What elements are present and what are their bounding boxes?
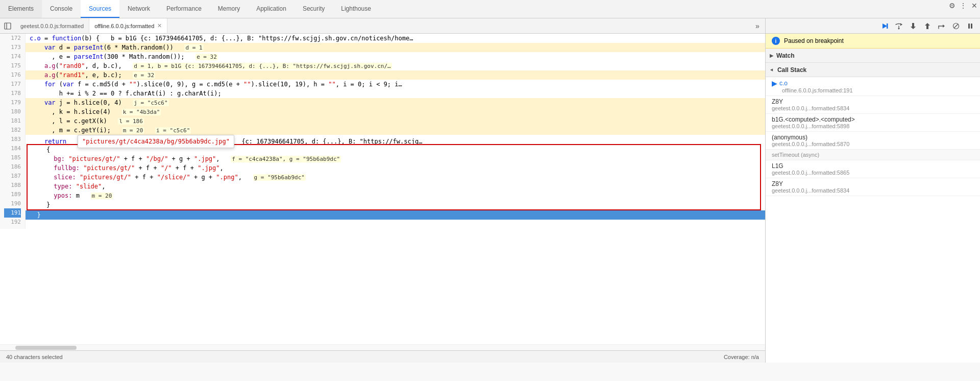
deactivate-breakpoints-button[interactable] bbox=[950, 20, 962, 32]
callstack-label: Call Stack bbox=[777, 66, 806, 74]
code-line-190: } bbox=[28, 200, 760, 209]
line-num-179: 179 bbox=[4, 98, 21, 107]
code-scroll[interactable]: 172 173 174 175 176 177 178 179 180 181 … bbox=[0, 34, 765, 344]
stack-async-label: setTimeout (async) bbox=[766, 150, 980, 160]
step-button[interactable] bbox=[936, 20, 947, 32]
stack-item-co[interactable]: ▶ c.o offline.6.0.0.js:formatted:191 bbox=[766, 77, 980, 96]
stack-loc-l1g: geetest.0.0.0.j...formatted:5865 bbox=[772, 170, 974, 176]
code-line-192 bbox=[26, 220, 765, 229]
code-line-173: var d = parseInt(6 * Math.random()) d = … bbox=[26, 43, 765, 52]
stack-item-z8y-2[interactable]: Z8Y geetest.0.0.0.j...formatted:5834 bbox=[766, 178, 980, 196]
line-num-176: 176 bbox=[4, 70, 21, 80]
code-line-181: , l = c.getX(k) l = 186 bbox=[26, 116, 765, 126]
more-options-icon[interactable]: ⋮ bbox=[958, 0, 969, 11]
line-num-180: 180 bbox=[4, 107, 21, 116]
line-num-183: 183 bbox=[4, 135, 21, 144]
toggle-sidebar-icon[interactable] bbox=[2, 20, 13, 32]
step-over-button[interactable] bbox=[893, 20, 904, 32]
line-num-186: 186 bbox=[4, 162, 21, 172]
h-scrollbar-thumb[interactable] bbox=[15, 346, 77, 350]
line-num-174: 174 bbox=[4, 52, 21, 61]
stack-fn-z8y-2: Z8Y bbox=[772, 180, 974, 187]
svg-marker-8 bbox=[925, 23, 930, 29]
svg-marker-4 bbox=[900, 23, 902, 26]
line-num-181: 181 bbox=[4, 116, 21, 126]
status-bar: 40 characters selected Coverage: n/a bbox=[0, 350, 765, 363]
code-content: 172 173 174 175 176 177 178 179 180 181 … bbox=[0, 34, 765, 229]
code-line-183: return "pictures/gt/c4ca4238a/bg/95b6ab9… bbox=[26, 135, 765, 144]
svg-marker-10 bbox=[943, 25, 945, 28]
file-tab-close-icon[interactable]: ✕ bbox=[157, 22, 162, 29]
tab-security[interactable]: Security bbox=[295, 0, 333, 18]
code-line-175: a.g("rand0", d, b.c), d = 1, b = b1G {c:… bbox=[26, 61, 765, 70]
h-scrollbar[interactable] bbox=[0, 344, 765, 350]
line-num-182: 182 bbox=[4, 126, 21, 135]
tab-network[interactable]: Network bbox=[119, 0, 158, 18]
code-line-176: a.g("rand1", e, b.c); e = 32 bbox=[26, 70, 765, 80]
watch-section: ▶ Watch bbox=[766, 49, 980, 63]
tab-memory[interactable]: Memory bbox=[210, 0, 248, 18]
stack-fn-co: c.o bbox=[779, 80, 788, 87]
left-panel: geetest.0.0.0.js:formatted offline.6.0.0… bbox=[0, 18, 766, 363]
tab-lighthouse[interactable]: Lighthouse bbox=[333, 0, 379, 18]
step-out-button[interactable] bbox=[922, 20, 933, 32]
svg-rect-0 bbox=[5, 23, 11, 29]
step-into-button[interactable] bbox=[908, 20, 919, 32]
callstack-section: ▼ Call Stack ▶ c.o offline.6.0.0.js:form… bbox=[766, 63, 980, 363]
watch-section-header[interactable]: ▶ Watch bbox=[766, 49, 980, 63]
tab-console[interactable]: Console bbox=[42, 0, 81, 18]
file-tabs-actions: » bbox=[752, 20, 765, 32]
stack-item-anon[interactable]: (anonymous) geetest.0.0.0.j...formatted:… bbox=[766, 132, 980, 150]
stack-fn-b1g: b1G.<computed>.<computed> bbox=[772, 116, 974, 123]
breakpoint-info-icon: i bbox=[772, 37, 780, 45]
svg-marker-7 bbox=[911, 23, 916, 29]
code-line-182: , m = c.getY(i); m = 20 i = "c5c6" bbox=[26, 126, 765, 135]
line-num-188: 188 bbox=[4, 181, 21, 190]
resume-button[interactable] bbox=[879, 20, 890, 32]
tab-application[interactable]: Application bbox=[248, 0, 295, 18]
svg-marker-2 bbox=[883, 23, 887, 29]
callstack-section-header[interactable]: ▼ Call Stack bbox=[766, 63, 980, 77]
stack-fn-z8y-1: Z8Y bbox=[772, 98, 974, 105]
line-num-173: 173 bbox=[4, 43, 21, 52]
stack-loc-co: offline.6.0.0.js:formatted:191 bbox=[772, 87, 974, 93]
code-area: 172 173 174 175 176 177 178 179 180 181 … bbox=[0, 34, 765, 350]
tab-elements[interactable]: Elements bbox=[0, 0, 42, 18]
tab-performance[interactable]: Performance bbox=[158, 0, 210, 18]
debug-toolbar bbox=[766, 18, 980, 34]
stack-loc-b1g: geetest.0.0.0.j...formatted:5898 bbox=[772, 123, 974, 129]
code-line-189: ypos: m m = 20 bbox=[28, 191, 760, 200]
line-num-178: 178 bbox=[4, 89, 21, 98]
line-num-190: 190 bbox=[4, 199, 21, 208]
stack-loc-anon: geetest.0.0.0.j...formatted:5870 bbox=[772, 141, 974, 147]
selection-status: 40 characters selected bbox=[6, 354, 63, 360]
right-panel: i Paused on breakpoint ▶ Watch ▼ Call St… bbox=[766, 18, 980, 363]
red-box-region: { bg: "pictures/gt/" + f + "/bg/" + g + … bbox=[27, 144, 761, 210]
stack-item-b1g[interactable]: b1G.<computed>.<computed> geetest.0.0.0.… bbox=[766, 114, 980, 132]
stack-item-l1g[interactable]: L1G geetest.0.0.0.j...formatted:5865 bbox=[766, 160, 980, 178]
pause-on-exceptions-button[interactable] bbox=[965, 20, 976, 32]
stack-loc-z8y-1: geetest.0.0.0.j...formatted:5834 bbox=[772, 105, 974, 111]
line-num-177: 177 bbox=[4, 80, 21, 89]
code-line-180: , k = h.slice(4) k = "4b3da" bbox=[26, 107, 765, 116]
code-lines: c.o = function(b) { b = b1G {c: 16739466… bbox=[26, 34, 765, 229]
watch-label: Watch bbox=[776, 52, 795, 59]
code-line-191: } bbox=[26, 210, 765, 220]
stack-loc-z8y-2: geetest.0.0.0.j...formatted:5834 bbox=[772, 187, 974, 194]
stack-item-z8y-1[interactable]: Z8Y geetest.0.0.0.j...formatted:5834 bbox=[766, 96, 980, 114]
coverage-status: Coverage: n/a bbox=[724, 354, 759, 360]
more-file-tabs-icon[interactable]: » bbox=[752, 20, 763, 32]
close-devtools-icon[interactable]: ✕ bbox=[969, 0, 980, 11]
tabs-bar: Elements Console Sources Network Perform… bbox=[0, 0, 980, 18]
stack-fn-l1g: L1G bbox=[772, 162, 974, 170]
code-line-187: slice: "pictures/gt/" + f + "/slice/" + … bbox=[28, 173, 760, 182]
settings-icon[interactable]: ⚙ bbox=[946, 0, 958, 11]
code-line-179: var j = h.slice(0, 4) j = "c5c6" bbox=[26, 98, 765, 107]
file-tab-offline[interactable]: offline.6.0.0.js:formatted ✕ bbox=[89, 18, 167, 33]
breakpoint-notice: i Paused on breakpoint bbox=[766, 34, 980, 49]
file-tab-geetest[interactable]: geetest.0.0.0.js:formatted bbox=[15, 18, 89, 33]
watch-arrow-icon: ▶ bbox=[770, 53, 773, 58]
tab-sources[interactable]: Sources bbox=[81, 0, 119, 18]
code-line-172: c.o = function(b) { b = b1G {c: 16739466… bbox=[26, 34, 765, 43]
callstack-arrow-icon: ▼ bbox=[769, 67, 774, 72]
